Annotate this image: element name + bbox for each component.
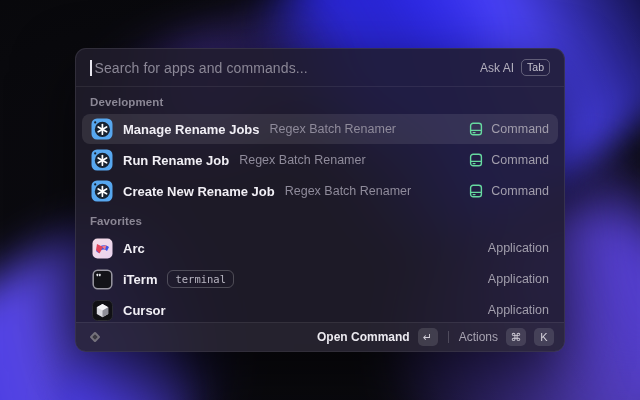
regex-batch-renamer-extension-icon xyxy=(91,118,113,140)
search-input[interactable]: Search for apps and commands... xyxy=(95,60,481,76)
command-icon xyxy=(468,183,484,199)
footer-divider xyxy=(448,331,449,343)
cmd-keycap: ⌘ xyxy=(506,328,526,346)
footer-bar: Open Command ↵ Actions ⌘ K xyxy=(76,322,564,351)
item-subtitle: Regex Batch Renamer xyxy=(285,184,411,198)
text-caret xyxy=(90,60,92,76)
search-bar: Search for apps and commands... Ask AI T… xyxy=(76,49,564,87)
item-title: Create New Rename Job xyxy=(123,184,275,199)
list-item-manage-rename-jobs[interactable]: Manage Rename Jobs Regex Batch Renamer C… xyxy=(82,114,558,144)
item-type: Command xyxy=(491,122,549,136)
item-type: Application xyxy=(488,272,549,286)
desktop-wallpaper: Search for apps and commands... Ask AI T… xyxy=(0,0,640,400)
open-command-button[interactable]: Open Command xyxy=(317,330,410,344)
ask-ai-button[interactable]: Ask AI Tab xyxy=(480,59,550,77)
list-item-create-new-rename-job[interactable]: Create New Rename Job Regex Batch Rename… xyxy=(82,176,558,206)
section-header-development: Development xyxy=(90,96,550,108)
list-item-run-rename-job[interactable]: Run Rename Job Regex Batch Renamer Comma… xyxy=(82,145,558,175)
enter-keycap: ↵ xyxy=(418,328,438,346)
ask-ai-label: Ask AI xyxy=(480,61,514,75)
launcher-window: Search for apps and commands... Ask AI T… xyxy=(75,48,565,352)
item-title: Manage Rename Jobs xyxy=(123,122,260,137)
item-subtitle: Regex Batch Renamer xyxy=(239,153,365,167)
tab-keycap: Tab xyxy=(521,59,550,77)
item-title: iTerm xyxy=(123,272,157,287)
list-item-cursor[interactable]: Cursor Application xyxy=(82,295,558,322)
item-subtitle: Regex Batch Renamer xyxy=(270,122,396,136)
list-item-arc[interactable]: Arc Application xyxy=(82,233,558,263)
item-type: Command xyxy=(491,153,549,167)
item-title: Arc xyxy=(123,241,145,256)
cursor-app-icon xyxy=(91,299,113,321)
iterm-app-icon xyxy=(91,268,113,290)
item-tag: terminal xyxy=(167,270,234,288)
item-type: Application xyxy=(488,303,549,317)
item-type: Command xyxy=(491,184,549,198)
regex-batch-renamer-extension-icon xyxy=(91,180,113,202)
regex-batch-renamer-extension-icon xyxy=(91,149,113,171)
raycast-logo-icon xyxy=(86,328,104,346)
item-title: Run Rename Job xyxy=(123,153,229,168)
item-type: Application xyxy=(488,241,549,255)
section-header-favorites: Favorites xyxy=(90,215,550,227)
arc-app-icon xyxy=(91,237,113,259)
command-icon xyxy=(468,152,484,168)
k-keycap: K xyxy=(534,328,554,346)
item-title: Cursor xyxy=(123,303,166,318)
actions-button[interactable]: Actions xyxy=(459,330,498,344)
results-list: Development Manage Rename Jobs Regex Bat… xyxy=(76,87,564,322)
command-icon xyxy=(468,121,484,137)
list-item-iterm[interactable]: iTerm terminal Application xyxy=(82,264,558,294)
